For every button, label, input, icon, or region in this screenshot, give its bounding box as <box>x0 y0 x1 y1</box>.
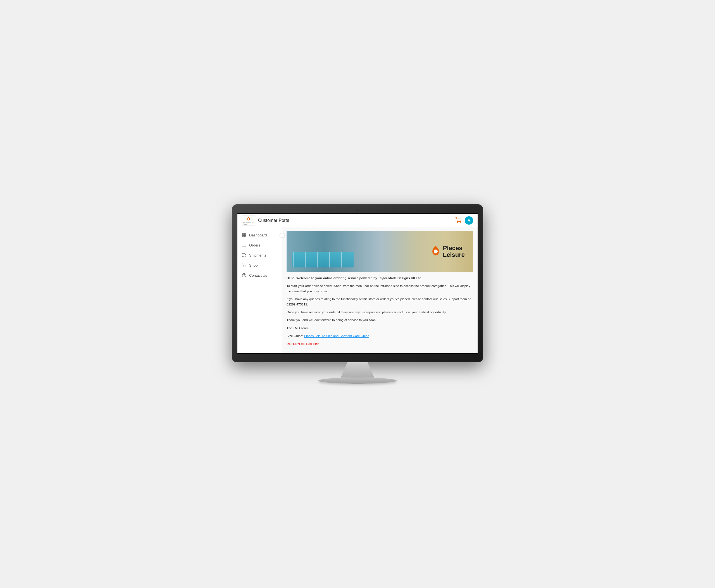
monitor-stand-base <box>318 378 397 384</box>
svg-point-1 <box>457 223 458 223</box>
sidebar-item-shipments[interactable]: Shipments <box>237 250 282 260</box>
svg-marker-11 <box>245 254 246 256</box>
places-leisure-logo-icon <box>246 216 251 222</box>
header-title: Customer Portal <box>258 218 290 223</box>
sidebar-label-dashboard: Dashboard <box>249 233 267 237</box>
content-area: Places Leisure Hello! Welcome to your on… <box>282 227 478 353</box>
list-icon <box>242 243 246 247</box>
svg-rect-5 <box>244 235 246 237</box>
logo-subtext: Part of Places for People <box>243 222 255 225</box>
app-header: Part of Places for People Customer Porta… <box>237 214 478 227</box>
svg-rect-4 <box>244 233 246 235</box>
hero-places-logo-text: Places Leisure <box>443 245 465 258</box>
sidebar-label-orders: Orders <box>249 243 260 247</box>
welcome-heading: Hello! Welcome to your online ordering s… <box>286 276 422 280</box>
monitor-screen: Part of Places for People Customer Porta… <box>237 213 478 354</box>
size-guide-prefix: Size Guide: <box>286 334 304 338</box>
svg-point-13 <box>245 256 246 257</box>
svg-point-0 <box>248 218 250 220</box>
sign-off: The TMD Team <box>286 326 473 331</box>
chevron-left-icon: ‹ <box>282 234 283 237</box>
sidebar-item-contact[interactable]: Contact Us <box>237 270 282 280</box>
hero-places-logo-icon <box>431 245 441 258</box>
svg-rect-6 <box>242 235 244 237</box>
sidebar-label-contact: Contact Us <box>249 273 267 277</box>
svg-point-12 <box>242 256 243 257</box>
svg-point-2 <box>460 223 460 223</box>
dashboard-icon <box>242 233 246 237</box>
truck-icon <box>242 253 246 257</box>
sidebar-toggle-button[interactable]: ‹ <box>280 233 285 238</box>
help-icon <box>242 273 246 277</box>
return-goods-label: RETURN OF GOODS: <box>286 341 473 346</box>
monitor-bezel: Part of Places for People Customer Porta… <box>232 204 483 362</box>
hero-logo-overlay: Places Leisure <box>431 245 465 258</box>
sidebar-label-shipments: Shipments <box>249 253 266 257</box>
sidebar-item-dashboard[interactable]: Dashboard <box>237 230 282 240</box>
hero-banner: Places Leisure <box>286 231 473 272</box>
svg-point-18 <box>434 250 438 253</box>
cart-icon <box>455 217 461 224</box>
sidebar: ‹ Dashboard <box>237 227 282 353</box>
para-contact-info: If you have any queries relating to the … <box>286 296 473 307</box>
sidebar-item-orders[interactable]: Orders <box>237 240 282 250</box>
svg-point-15 <box>245 267 246 267</box>
monitor-camera <box>356 209 359 212</box>
sidebar-label-shop: Shop <box>249 263 258 268</box>
svg-rect-10 <box>242 253 245 256</box>
size-guide-line: Size Guide: Places Leisure Size and Garm… <box>286 333 473 338</box>
cart-button[interactable] <box>455 217 461 224</box>
para-thank-you: Thank you and we look forward to being o… <box>286 317 473 322</box>
para-shop-instructions: To start your order please select ‘Shop’… <box>286 284 473 294</box>
svg-rect-3 <box>242 233 244 235</box>
size-guide-link[interactable]: Places Leisure Size and Garment Care Gui… <box>304 334 369 338</box>
cart-nav-icon <box>242 263 246 268</box>
user-avatar[interactable]: A <box>465 216 473 225</box>
logo-box: Part of Places for People <box>242 215 255 226</box>
para-discrepancies: Once you have received your order, if th… <box>286 310 473 315</box>
sidebar-item-shop[interactable]: Shop <box>237 260 282 270</box>
app-container: Part of Places for People Customer Porta… <box>237 214 478 353</box>
main-layout: ‹ Dashboard <box>237 227 478 353</box>
header-right: A <box>455 216 473 225</box>
monitor-stand-neck <box>341 362 374 378</box>
content-body: Hello! Welcome to your online ordering s… <box>286 276 473 346</box>
header-left: Part of Places for People Customer Porta… <box>242 215 290 226</box>
